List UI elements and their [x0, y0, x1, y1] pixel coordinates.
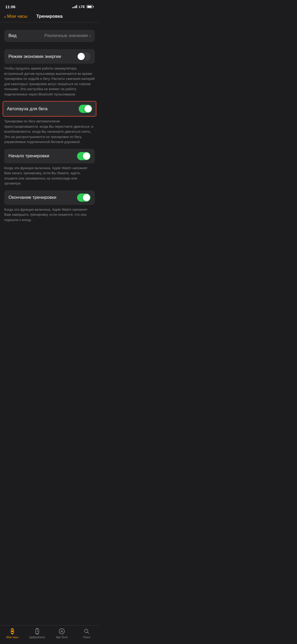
power-saving-section: Режим экономии энергии: [4, 49, 95, 64]
main-content: Вид Различные значения › Режим экономии …: [0, 22, 99, 253]
power-saving-description: Чтобы продлить время работы аккумулятора…: [0, 64, 99, 101]
workout-end-knob: [83, 194, 90, 201]
workout-start-toggle[interactable]: [77, 152, 91, 160]
toggle-knob: [78, 53, 85, 60]
workout-end-toggle[interactable]: [77, 194, 91, 202]
view-chevron-icon: ›: [89, 34, 91, 38]
workout-end-section: Окончание тренировки: [4, 190, 95, 205]
workout-start-row: Начало тренировки: [4, 149, 95, 163]
view-right: Различные значения ›: [44, 33, 91, 38]
workout-start-description: Когда эта функция включена, Apple Watch …: [0, 163, 99, 190]
lte-label: LTE: [79, 5, 85, 9]
view-row[interactable]: Вид Различные значения ›: [4, 30, 95, 42]
workout-end-row: Окончание тренировки: [4, 190, 95, 205]
back-label: Мои часы: [7, 14, 27, 19]
section-gap-2: [0, 42, 99, 49]
auto-pause-label: Автопауза для бега: [7, 106, 48, 112]
workout-start-section: Начало тренировки: [4, 149, 95, 163]
auto-pause-highlighted: Автопауза для бега: [3, 101, 96, 117]
auto-pause-description: Тренировки по бегу автоматически приоста…: [0, 117, 99, 149]
page-title: Тренировка: [36, 14, 63, 19]
power-saving-row: Режим экономии энергии: [4, 49, 95, 64]
auto-pause-toggle[interactable]: [79, 105, 92, 113]
view-label: Вид: [8, 33, 17, 38]
section-gap-top: [0, 22, 99, 30]
power-saving-toggle[interactable]: [77, 52, 91, 61]
nav-bar: ‹ Мои часы Тренировка: [0, 12, 99, 22]
view-section: Вид Различные значения ›: [4, 30, 95, 42]
auto-pause-row: Автопауза для бега: [3, 102, 96, 116]
status-time: 11:06: [5, 4, 15, 9]
battery-icon: [87, 5, 94, 8]
back-button[interactable]: ‹ Мои часы: [4, 14, 27, 19]
workout-start-knob: [83, 153, 90, 160]
workout-end-label: Окончание тренировки: [8, 195, 56, 200]
power-saving-label: Режим экономии энергии: [8, 54, 61, 59]
workout-start-label: Начало тренировки: [8, 153, 49, 159]
status-icons: LTE: [72, 5, 94, 9]
back-chevron-icon: ‹: [4, 14, 6, 19]
auto-pause-toggle-knob: [84, 105, 92, 112]
status-bar: 11:06 LTE: [0, 0, 99, 12]
workout-end-description: Когда эта функция включена, Apple Watch …: [0, 205, 99, 227]
signal-bars-icon: [72, 5, 77, 8]
view-value: Различные значения: [44, 33, 88, 38]
